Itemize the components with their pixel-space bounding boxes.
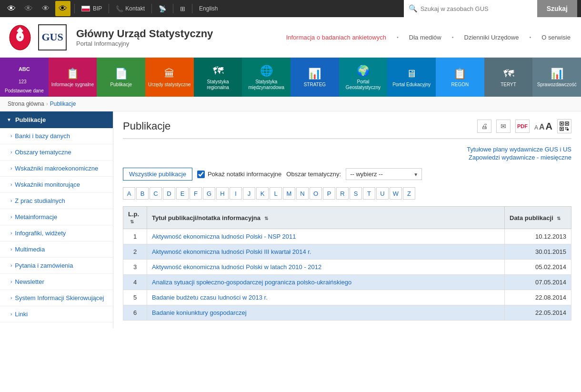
sidebar-item-zprac[interactable]: › Z prac studialnych <box>0 193 113 209</box>
breadcrumb-home[interactable]: Strona główna <box>8 101 44 107</box>
show-notes-checkbox[interactable] <box>197 171 205 178</box>
alpha-S[interactable]: S <box>350 187 362 200</box>
nav-label-regon: REGON <box>451 82 469 88</box>
alpha-Z[interactable]: Z <box>403 187 415 200</box>
nav-teryt[interactable]: 🗺 TERYT <box>484 58 533 97</box>
alpha-J[interactable]: J <box>243 187 255 200</box>
sitemap-link[interactable]: ⊞ <box>177 5 188 12</box>
sidebar-item-label: Linki <box>15 311 28 318</box>
show-notes-label[interactable]: Pokaż notatki informacyjne <box>208 171 281 178</box>
alpha-P[interactable]: P <box>323 187 335 200</box>
nav-regionalna[interactable]: 🗺 Statystyka regionalna <box>194 58 242 97</box>
alpha-E[interactable]: E <box>176 187 189 200</box>
publication-link[interactable]: Analiza sytuacji społeczno-gospodarczej … <box>152 279 351 286</box>
col-header-date[interactable]: Data publikacji ⇅ <box>505 207 571 229</box>
search-button[interactable]: Szukaj <box>537 0 577 17</box>
english-link[interactable]: English <box>196 5 220 12</box>
alpha-W[interactable]: W <box>390 187 402 200</box>
nav-sprawozdawczosc[interactable]: 📊 Sprawozdawczość <box>532 58 581 97</box>
nav-podstawowe[interactable]: ABC123 Podstawowe dane <box>0 58 49 97</box>
contrast-icon-3[interactable]: 👁 <box>38 1 53 16</box>
sidebar-item-linki[interactable]: › Linki <box>0 306 113 322</box>
publications-table: L.p. ⇅ Tytuł publikacji/notatka informac… <box>123 206 571 321</box>
sidebar-item-infografiki[interactable]: › Infografiki, widżety <box>0 225 113 241</box>
sidebar-item-wskazniki-makro[interactable]: › Wskaźniki makroekonomiczne <box>0 161 113 177</box>
sidebar-header[interactable]: ▼ Publikacje <box>0 111 113 128</box>
header-nav: Informacja o badaniach ankietowych • Dla… <box>283 34 573 41</box>
nav-informacje[interactable]: 📋 Informacje sygnalne <box>49 58 97 97</box>
alpha-F[interactable]: F <box>190 187 202 200</box>
breadcrumb: Strona główna › Publikacje <box>0 97 581 111</box>
alpha-K[interactable]: K <box>256 187 269 200</box>
rss-link[interactable]: 📡 <box>156 5 169 12</box>
alpha-B[interactable]: B <box>136 187 149 200</box>
gus-logo[interactable]: GUS <box>38 24 67 50</box>
search-input[interactable] <box>421 5 525 12</box>
nav-label-strateg: STRATEG <box>304 82 326 88</box>
nav-miedzynarodowa[interactable]: 🌐 Statystyka międzynarodowa <box>242 58 290 97</box>
alpha-G[interactable]: G <box>203 187 215 200</box>
nav-regon[interactable]: 📋 REGON <box>436 58 484 97</box>
nav-edukacyjny[interactable]: 🖥 Portal Edukacyjny <box>387 58 436 97</box>
cell-lp: 6 <box>123 305 147 321</box>
print-button[interactable]: 🖨 <box>477 120 491 133</box>
sidebar-item-wskazniki-monit[interactable]: › Wskaźniki monitorujące <box>0 177 113 193</box>
alpha-M[interactable]: M <box>283 187 295 200</box>
nav-dzienniki-link[interactable]: Dzienniki Urzędowe <box>461 34 522 41</box>
bip-link[interactable]: BIP <box>79 5 105 12</box>
alpha-D[interactable]: D <box>163 187 175 200</box>
sidebar-item-newsletter[interactable]: › Newsletter <box>0 274 113 290</box>
font-medium-btn[interactable]: A <box>539 123 545 131</box>
alpha-H[interactable]: H <box>216 187 229 200</box>
alpha-I[interactable]: I <box>230 187 242 200</box>
col-header-lp[interactable]: L.p. ⇅ <box>123 207 147 229</box>
contrast-icon-1[interactable]: 👁 <box>4 1 19 16</box>
wydawnicze-link[interactable]: Tytułowe plany wydawnicze GUS i US <box>123 146 571 153</box>
nav-urzedy[interactable]: 🏛 Urzędy statystyczne <box>145 58 194 97</box>
font-small-btn[interactable]: A <box>534 124 538 131</box>
sidebar-item-obszary[interactable]: › Obszary tematyczne <box>0 144 113 161</box>
sidebar-item-banki[interactable]: › Banki i bazy danych <box>0 128 113 144</box>
sidebar-item-metainfo[interactable]: › Metainformacje <box>0 209 113 225</box>
col-header-title[interactable]: Tytuł publikacji/notatka informacyjna ⇅ <box>147 207 505 229</box>
contrast-icon-4[interactable]: 👁 <box>55 1 70 16</box>
email-button[interactable]: ✉ <box>496 120 511 133</box>
area-select[interactable]: -- wybierz -- <box>346 168 422 180</box>
sidebar-item-multimedia[interactable]: › Multimedia <box>0 241 113 258</box>
all-publications-button[interactable]: Wszystkie publikacje <box>123 168 192 181</box>
alpha-R[interactable]: R <box>336 187 349 200</box>
pdf-button[interactable]: PDF <box>515 120 530 133</box>
nav-strateg[interactable]: 📊 STRATEG <box>290 58 339 97</box>
alpha-C[interactable]: C <box>150 187 162 200</box>
divider <box>74 4 75 13</box>
publication-link[interactable]: Badanie koniunktury gospodarczej <box>152 309 247 316</box>
zapowiedzi-link[interactable]: Zapowiedzi wydawnicze - miesięczne <box>123 154 571 161</box>
qr-button[interactable] <box>557 119 571 133</box>
font-large-btn[interactable]: A <box>546 121 552 132</box>
contrast-icon-2[interactable]: 👁 <box>21 1 36 16</box>
publication-link[interactable]: Aktywność ekonomiczna ludności Polski II… <box>152 248 311 255</box>
alpha-T[interactable]: T <box>363 187 375 200</box>
sidebar-item-system[interactable]: › System Informacji Skierowującej <box>0 290 113 306</box>
alpha-U[interactable]: U <box>376 187 389 200</box>
sidebar-item-label: Banki i bazy danych <box>15 132 70 140</box>
alpha-A[interactable]: A <box>123 187 135 200</box>
sidebar-item-pytania[interactable]: › Pytania i zamówienia <box>0 258 113 274</box>
alpha-L[interactable]: L <box>270 187 282 200</box>
nav-media-link[interactable]: Dla mediów <box>406 34 444 41</box>
cell-lp: 1 <box>123 229 147 244</box>
alpha-N[interactable]: N <box>296 187 309 200</box>
nav-publikacje[interactable]: 📄 Publikacje <box>97 58 145 97</box>
nav-serwis-link[interactable]: O serwisie <box>539 34 573 41</box>
kontakt-link[interactable]: 📞 Kontakt <box>113 5 148 12</box>
nav-geostaty[interactable]: 🌍 Portal Geostatystyczny <box>339 58 388 97</box>
cell-title: Badanie budżetu czasu ludności w 2013 r. <box>147 290 505 305</box>
publication-link[interactable]: Aktywność ekonomiczna ludności Polski - … <box>152 233 296 240</box>
alpha-O[interactable]: O <box>310 187 322 200</box>
nav-badania-link[interactable]: Informacja o badaniach ankietowych <box>283 34 389 41</box>
publication-link[interactable]: Badanie budżetu czasu ludności w 2013 r. <box>152 294 268 301</box>
bip-label: BIP <box>93 5 102 12</box>
cell-title: Badanie koniunktury gospodarczej <box>147 305 505 321</box>
publication-link[interactable]: Aktywność ekonomiczna ludności Polski w … <box>152 263 321 271</box>
chevron-icon: › <box>10 133 12 139</box>
